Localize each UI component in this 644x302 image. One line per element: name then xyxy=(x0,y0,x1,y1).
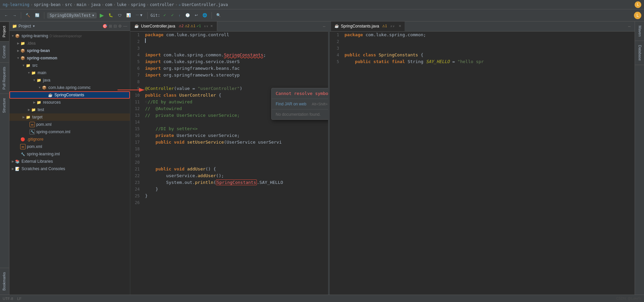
profile-button[interactable]: 📊 xyxy=(125,12,133,18)
navigate-back-button[interactable]: ← xyxy=(3,12,10,18)
line-content: package com.luke.spring.common; xyxy=(343,32,635,38)
tree-item-src[interactable]: ▼ 📁 src xyxy=(9,62,130,69)
tree-item-java[interactable]: ▼ 📁 java xyxy=(9,77,130,84)
tab-structure[interactable]: Structure xyxy=(0,94,9,117)
right-editor-panel: ☕ SpringConstants.java ⚠1 ∧∨ ✕ ⋯ 1 packa… xyxy=(330,21,635,295)
sync-button[interactable]: 🔄 xyxy=(33,12,41,18)
close-right-tab[interactable]: ✕ xyxy=(399,24,401,28)
breadcrumb-item[interactable]: spring xyxy=(131,2,145,7)
breadcrumb-item[interactable]: controller xyxy=(150,2,174,7)
tree-item-idea[interactable]: ▶ 📁 .idea xyxy=(9,40,130,47)
line-number: 6 xyxy=(130,65,142,72)
tab-project[interactable]: Project xyxy=(0,21,9,41)
breadcrumb-item[interactable]: src xyxy=(65,2,72,7)
translate-button[interactable]: 🌐 xyxy=(201,12,209,18)
run-button[interactable]: ▶ xyxy=(98,11,105,19)
user-avatar-icon[interactable]: L xyxy=(635,1,641,8)
line-number: 15 xyxy=(130,125,142,132)
breadcrumb-item[interactable]: main xyxy=(77,2,86,7)
breadcrumb-item[interactable]: com xyxy=(105,2,112,7)
tree-item-gitignore[interactable]: 🔴 .gitignore xyxy=(9,136,130,143)
git-check2-button[interactable]: ✓ xyxy=(169,12,176,18)
line-content: import org.springframework.stereotyp xyxy=(144,72,328,79)
expand-all-icon[interactable]: ⊞ xyxy=(109,24,112,29)
main-area: Project Commit Pull Requests Structure B… xyxy=(0,21,644,295)
tree-item-resources[interactable]: ▶ 📁 resources xyxy=(9,99,130,106)
close-tab-button[interactable]: ✕ xyxy=(210,24,213,28)
tree-label: spring-common xyxy=(27,56,57,60)
line-number: 10 xyxy=(130,92,142,99)
rc-line-2: 2 xyxy=(330,38,635,45)
toolbar-separator xyxy=(21,12,21,19)
info-count: ⚠1 xyxy=(190,24,195,28)
tab-bookmarks[interactable]: Bookmarks xyxy=(0,268,9,295)
tree-item-spring-common[interactable]: ▼ 📦 spring-common xyxy=(9,54,130,62)
toolbar: ← → 🔨 🔄 SpringDIByXmlTest ▼ ▶ 🐛 🛡 📊 ⋯▼ G… xyxy=(0,9,644,21)
git-revert-button[interactable]: ↩ xyxy=(193,12,199,18)
tree-item-scratches[interactable]: ▶ 📝 Scratches and Consoles xyxy=(9,165,130,172)
tab-commit[interactable]: Commit xyxy=(0,41,9,62)
line-content: public static final String SAY_HELLO = "… xyxy=(343,58,635,65)
more-run-button[interactable]: ⋯▼ xyxy=(134,12,145,18)
code-line-7: 7 import org.springframework.stereotyp xyxy=(130,72,328,79)
coverage-button[interactable]: 🛡 xyxy=(116,12,123,18)
panel-header-icons: 🎯 ⊞ ⊟ ⚙ — xyxy=(102,24,127,29)
settings-icon[interactable]: ⚙ xyxy=(118,24,122,29)
tab-spring-constants[interactable]: ☕ SpringConstants.java ⚠1 ∧∨ ✕ xyxy=(331,21,405,31)
tab-database[interactable]: Database xyxy=(635,41,644,65)
left-editor-panel: ☕ UserController.java ⚠2 ⚠2 ⚠1 ✓1 ∧∨ ✕ ⋯ xyxy=(130,21,328,295)
tree-item-main[interactable]: ▼ 📁 main xyxy=(9,69,130,77)
git-check-button[interactable]: ✓ xyxy=(162,12,168,18)
tree-item-spring-bean[interactable]: ▶ 📦 spring-bean xyxy=(9,47,130,54)
line-number: 2 xyxy=(130,38,142,45)
breadcrumb-item[interactable]: luke xyxy=(117,2,127,7)
debug-button[interactable]: 🐛 xyxy=(107,12,115,18)
search-button[interactable]: 🔍 xyxy=(215,12,223,18)
tree-item-pom1[interactable]: m pom.xml xyxy=(9,121,130,128)
close-panel-icon[interactable]: — xyxy=(123,24,127,29)
tab-maven[interactable]: Maven xyxy=(635,21,644,41)
toolbar-separator xyxy=(212,12,212,19)
locate-icon[interactable]: 🎯 xyxy=(102,24,107,29)
git-history-button[interactable]: 🕐 xyxy=(184,12,192,18)
warn-indicator: ⚠1 xyxy=(382,24,387,28)
more-tabs-button[interactable]: ⋯ xyxy=(320,21,328,31)
tree-label: spring-learning xyxy=(21,34,48,38)
tree-item-package[interactable]: ▼ 📦 com.luke.spring.commc xyxy=(9,84,130,91)
breadcrumb-item[interactable]: ☕ UserController.java xyxy=(179,2,228,7)
dropdown-icon[interactable]: ▼ xyxy=(32,24,35,28)
build-button[interactable]: 🔨 xyxy=(24,12,32,18)
tree-item-spring-learning-iml[interactable]: 🔧 spring-learning.iml xyxy=(9,150,130,158)
iml-icon: 🔧 xyxy=(30,129,35,135)
tree-item-spring-learning[interactable]: ▼ 📦 spring-learning D:\ideaworkspace\spr xyxy=(9,32,130,40)
code-line-23: 23 System.out.println(SpringConstants.SA… xyxy=(130,179,328,186)
line-content: import com.luke.spring.service.UserS xyxy=(144,58,328,65)
no-docs-text: No documentation found. xyxy=(276,112,321,117)
tree-item-test[interactable]: ▶ 📁 test xyxy=(9,106,130,113)
breadcrumb-right: L xyxy=(635,1,641,8)
right-code-editor[interactable]: 1 package com.luke.spring.common; 2 3 xyxy=(330,32,635,295)
tree-item-pom2[interactable]: m pom.xml xyxy=(9,143,130,150)
breadcrumb-item[interactable]: ng-learning xyxy=(3,2,29,7)
code-line-22: 22 userService.addUser(); xyxy=(130,172,328,179)
left-code-editor[interactable]: 1 package com.luke.spring.controll 2 3 xyxy=(130,32,328,295)
tree-label: SpringConstants xyxy=(54,93,84,97)
tab-pull-requests[interactable]: Pull Requests xyxy=(0,62,9,94)
collapse-all-icon[interactable]: ⊟ xyxy=(113,24,117,29)
user-icon[interactable]: L xyxy=(634,12,641,19)
tree-item-external-libs[interactable]: ▶ 📚 External Libraries xyxy=(9,158,130,165)
tree-item-spring-constants[interactable]: ☕ SpringConstants xyxy=(9,91,130,99)
breadcrumb-item[interactable]: java xyxy=(91,2,101,7)
breadcrumb-item[interactable]: spring-bean xyxy=(34,2,60,7)
more-right-tabs[interactable]: ⋯ xyxy=(626,24,633,29)
git-push-button[interactable]: ↑ xyxy=(177,12,182,18)
tab-user-controller[interactable]: ☕ UserController.java ⚠2 ⚠2 ⚠1 ✓1 ∧∨ ✕ xyxy=(130,21,217,31)
find-jar-link[interactable]: Find JAR on web xyxy=(276,102,306,106)
tree-item-target[interactable]: ▶ 📁 target xyxy=(9,113,130,121)
breadcrumb-sep: › xyxy=(101,2,104,7)
run-config-dropdown[interactable]: SpringDIByXmlTest ▼ xyxy=(47,12,97,18)
navigate-forward-button[interactable]: → xyxy=(11,12,18,18)
tree-item-spring-common-iml[interactable]: 🔧 spring-common.iml xyxy=(9,128,130,136)
module-icon: 📦 xyxy=(20,48,26,53)
tree-label: spring-common.iml xyxy=(36,130,70,134)
